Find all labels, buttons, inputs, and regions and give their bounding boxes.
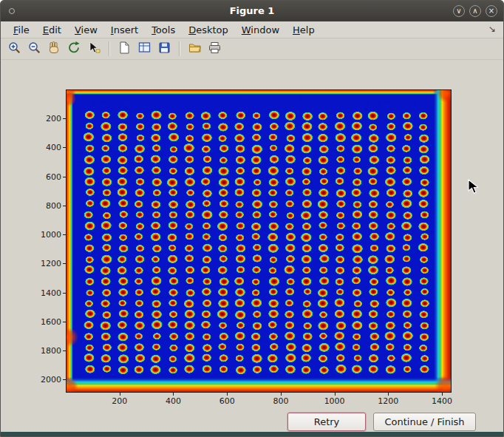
y-tick-label: 600 [32,172,61,182]
window-title: Figure 1 [1,5,503,16]
x-tick-mark [120,393,120,396]
y-tick-mark [63,293,66,294]
toolbar [1,38,503,60]
toolbar-zoom-in-button[interactable] [5,40,23,58]
x-tick-label: 1000 [319,396,351,406]
toolbar-print-button[interactable] [205,40,223,58]
open-icon [188,41,202,58]
menu-item-window[interactable]: Window [235,23,286,37]
pan-icon [47,41,61,58]
menu-item-help[interactable]: Help [286,23,321,37]
titlebar[interactable]: Figure 1 ∨∧× [1,1,503,21]
new-figure-icon [118,41,132,58]
x-tick-label: 1200 [372,396,404,406]
menu-item-edit[interactable]: Edit [36,23,68,37]
y-tick-mark [63,263,66,264]
y-tick-label: 400 [32,143,61,152]
x-tick-label: 800 [265,396,297,406]
heatmap-image[interactable] [66,89,452,393]
menu-overflow-icon[interactable]: ↘ [488,24,496,34]
retry-button[interactable]: Retry [287,413,366,431]
y-tick-mark [63,350,66,351]
window-controls: ∨∧× [453,5,497,17]
y-tick-label: 1600 [32,317,61,327]
toolbar-data-cursor-button[interactable] [85,40,103,58]
plot-tools-icon [137,41,151,58]
menu-item-desktop[interactable]: Desktop [182,23,235,37]
continue-finish-button[interactable]: Continue / Finish [373,413,476,431]
y-tick-mark [63,206,66,206]
toolbar-save-button[interactable] [155,40,173,58]
x-tick-label: 200 [103,396,136,406]
y-tick-mark [63,234,66,235]
toolbar-plot-tools-button[interactable] [135,40,153,58]
y-tick-mark [63,322,66,322]
toolbar-zoom-out-button[interactable] [25,40,43,58]
y-tick-label: 800 [32,201,61,211]
y-tick-label: 1400 [32,288,61,298]
figure-window: Figure 1 ∨∧× FileEditViewInsertToolsDesk… [0,0,504,437]
toolbar-new-figure-button[interactable] [115,40,133,58]
menu-item-file[interactable]: File [7,23,36,37]
x-tick-label: 600 [211,396,243,406]
y-tick-label: 1200 [32,259,61,268]
x-tick-mark [442,393,443,396]
axes-area: 2004006008001000120014001600180020002004… [66,89,452,393]
menu-item-tools[interactable]: Tools [145,23,182,37]
menu-item-view[interactable]: View [68,23,104,37]
menu-item-insert[interactable]: Insert [104,23,145,37]
y-tick-label: 200 [32,114,61,123]
maximize-button[interactable]: ∧ [469,5,481,17]
save-icon [157,41,171,58]
menubar: FileEditViewInsertToolsDesktopWindowHelp… [1,21,503,38]
toolbar-rotate-3d-button[interactable] [65,40,83,58]
y-tick-label: 1800 [32,346,61,356]
x-tick-mark [388,393,389,396]
shade-button[interactable]: ∨ [453,5,465,17]
zoom-out-icon [27,41,41,58]
x-tick-mark [173,393,174,396]
x-tick-mark [227,393,228,396]
data-cursor-icon [87,41,101,58]
x-tick-mark [335,393,336,396]
menubar-items: FileEditViewInsertToolsDesktopWindowHelp [7,23,321,37]
y-tick-mark [63,177,66,177]
x-tick-label: 400 [157,396,189,406]
y-tick-mark [63,118,66,119]
y-tick-label: 1000 [32,230,61,240]
y-tick-label: 2000 [32,375,61,385]
print-icon [208,41,222,58]
toolbar-separator [109,41,109,56]
rotate-3d-icon [67,41,81,58]
y-tick-mark [63,379,66,380]
close-button[interactable]: × [486,5,497,17]
zoom-in-icon [7,41,21,58]
x-tick-label: 1400 [426,396,458,406]
toolbar-open-button[interactable] [185,40,203,58]
toolbar-pan-button[interactable] [45,40,63,58]
x-tick-mark [281,393,282,396]
y-tick-mark [63,147,66,148]
window-bottom-border[interactable] [1,432,503,436]
toolbar-separator [179,41,180,56]
